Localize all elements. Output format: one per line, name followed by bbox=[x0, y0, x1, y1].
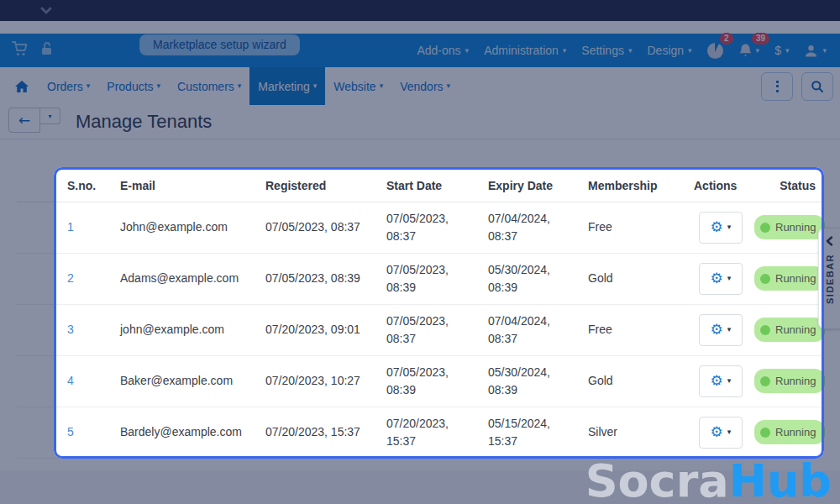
back-options-button[interactable]: ▾ bbox=[40, 108, 60, 124]
expiry-date-cell: 07/04/2024, 08:37 bbox=[488, 202, 588, 253]
tenants-panel: S.no. E-mail Registered Start Date Expir… bbox=[0, 139, 840, 470]
expiry-date-cell: 05/15/2024, 15:37 bbox=[488, 407, 588, 458]
row-number-link[interactable]: 4 bbox=[67, 374, 74, 387]
gear-icon: ⚙ bbox=[711, 220, 723, 234]
chevron-down-icon: ▾ bbox=[727, 428, 732, 436]
admin-navbar: Marketplace setup wizard Add-ons ▾ Admin… bbox=[0, 34, 840, 67]
alerts-count-badge: 2 bbox=[720, 33, 733, 45]
status-badge: Running bbox=[754, 318, 825, 342]
status-dot-icon bbox=[760, 428, 770, 438]
chevron-left-icon bbox=[826, 236, 833, 246]
menu-administration[interactable]: Administration ▾ bbox=[482, 40, 568, 60]
registered-cell: 07/20/2023, 15:37 bbox=[265, 407, 386, 458]
menu-addons-label: Add-ons bbox=[417, 44, 460, 57]
table-row: 3 john@example.com 07/20/2023, 09:01 07/… bbox=[17, 304, 823, 355]
chevron-down-icon: ▾ bbox=[785, 47, 790, 55]
start-date-cell: 07/05/2023, 08:37 bbox=[386, 202, 488, 253]
collapse-chevron-down-icon[interactable] bbox=[39, 7, 54, 15]
row-number-link[interactable]: 3 bbox=[67, 323, 74, 336]
col-status: Status bbox=[754, 170, 823, 202]
tab-website[interactable]: Website ▾ bbox=[325, 67, 391, 105]
tab-orders-label: Orders bbox=[47, 80, 83, 93]
status-badge: Running bbox=[754, 266, 825, 291]
chevron-down-icon: ▾ bbox=[727, 223, 732, 231]
unlock-icon[interactable] bbox=[40, 41, 53, 60]
marketplace-setup-wizard-button[interactable]: Marketplace setup wizard bbox=[139, 34, 300, 55]
header-spacer bbox=[0, 21, 840, 34]
alerts-pie-icon[interactable]: 2 bbox=[706, 39, 725, 62]
row-actions-button[interactable]: ⚙▾ bbox=[699, 314, 743, 346]
start-date-cell: 07/05/2023, 08:39 bbox=[386, 355, 488, 407]
col-sno: S.no. bbox=[17, 170, 120, 202]
col-membership: Membership bbox=[588, 170, 687, 202]
status-badge: Running bbox=[754, 420, 825, 444]
page-title: Manage Tenants bbox=[76, 108, 212, 136]
currency-selector[interactable]: $ ▾ bbox=[773, 40, 790, 60]
tenants-table: S.no. E-mail Registered Start Date Expir… bbox=[17, 170, 823, 459]
sidebar-toggle-tab[interactable]: SIDEBAR bbox=[818, 228, 840, 329]
chevron-down-icon: ▾ bbox=[727, 326, 732, 333]
chevron-down-icon: ▾ bbox=[628, 47, 633, 55]
gear-icon: ⚙ bbox=[711, 425, 723, 439]
registered-cell: 07/20/2023, 10:27 bbox=[265, 355, 386, 407]
tab-vendors-label: Vendors bbox=[400, 80, 443, 93]
back-arrow-icon: ← bbox=[18, 112, 30, 129]
top-system-bar bbox=[0, 0, 840, 21]
status-dot-icon bbox=[760, 325, 770, 335]
email-cell: john@example.com bbox=[120, 304, 265, 355]
main-menu-bar: Orders ▾ Products ▾ Customers ▾ Marketin… bbox=[0, 67, 840, 105]
tab-orders[interactable]: Orders ▾ bbox=[39, 67, 98, 105]
search-button[interactable] bbox=[801, 72, 833, 101]
row-actions-button[interactable]: ⚙▾ bbox=[699, 263, 743, 295]
chevron-down-icon: ▾ bbox=[313, 82, 318, 90]
notifications-bell[interactable]: 39 ▾ bbox=[737, 39, 762, 61]
gear-icon: ⚙ bbox=[711, 323, 723, 337]
tab-marketing[interactable]: Marketing ▾ bbox=[249, 67, 325, 105]
home-button[interactable] bbox=[5, 67, 39, 105]
menu-settings-label: Settings bbox=[581, 44, 624, 57]
col-registered: Registered bbox=[265, 170, 386, 202]
row-number-link[interactable]: 5 bbox=[67, 425, 74, 438]
chevron-down-icon: ▾ bbox=[822, 47, 827, 55]
user-account-menu[interactable]: ▾ bbox=[802, 40, 828, 61]
row-number-link[interactable]: 2 bbox=[67, 271, 74, 285]
status-dot-icon bbox=[760, 274, 770, 284]
row-actions-button[interactable]: ⚙▾ bbox=[699, 212, 743, 244]
status-dot-icon bbox=[760, 223, 770, 233]
more-actions-button[interactable] bbox=[761, 72, 793, 101]
start-date-cell: 07/20/2023, 15:37 bbox=[386, 407, 488, 458]
menu-addons[interactable]: Add-ons ▾ bbox=[415, 40, 470, 60]
notifications-count-badge: 39 bbox=[752, 33, 769, 45]
page-title-bar: ← ▾ Manage Tenants bbox=[0, 105, 840, 139]
storefront-cart-icon[interactable] bbox=[12, 41, 29, 60]
chevron-down-icon: ▾ bbox=[87, 82, 91, 90]
gear-icon: ⚙ bbox=[711, 374, 723, 388]
dollar-icon: $ bbox=[774, 44, 781, 57]
vertical-dots-icon bbox=[776, 81, 779, 83]
membership-cell: Gold bbox=[588, 355, 687, 407]
expiry-date-cell: 05/30/2024, 08:39 bbox=[488, 253, 588, 304]
tab-vendors[interactable]: Vendors ▾ bbox=[391, 67, 459, 105]
chevron-down-icon: ▾ bbox=[48, 113, 51, 120]
chevron-down-icon: ▾ bbox=[688, 47, 692, 55]
col-start-date: Start Date bbox=[386, 170, 488, 202]
tab-products[interactable]: Products ▾ bbox=[98, 67, 169, 105]
status-badge: Running bbox=[754, 369, 825, 393]
table-row: 2 Adams@example.com 07/05/2023, 08:39 07… bbox=[17, 253, 823, 304]
expiry-date-cell: 05/30/2024, 08:39 bbox=[488, 355, 588, 407]
row-number-link[interactable]: 1 bbox=[67, 220, 74, 234]
menu-design[interactable]: Design ▾ bbox=[645, 40, 693, 60]
user-icon bbox=[804, 44, 818, 58]
back-button[interactable]: ← bbox=[8, 108, 40, 133]
tab-website-label: Website bbox=[333, 80, 375, 93]
tab-products-label: Products bbox=[107, 80, 153, 93]
status-dot-icon bbox=[760, 376, 770, 386]
chevron-down-icon: ▾ bbox=[447, 82, 451, 90]
chevron-down-icon: ▾ bbox=[465, 47, 470, 55]
menu-settings[interactable]: Settings ▾ bbox=[580, 40, 633, 60]
row-actions-button[interactable]: ⚙▾ bbox=[699, 417, 743, 449]
row-actions-button[interactable]: ⚙▾ bbox=[699, 365, 743, 397]
chevron-down-icon: ▾ bbox=[563, 47, 567, 55]
tab-customers[interactable]: Customers ▾ bbox=[169, 67, 249, 105]
pie-chart-icon bbox=[707, 43, 723, 59]
